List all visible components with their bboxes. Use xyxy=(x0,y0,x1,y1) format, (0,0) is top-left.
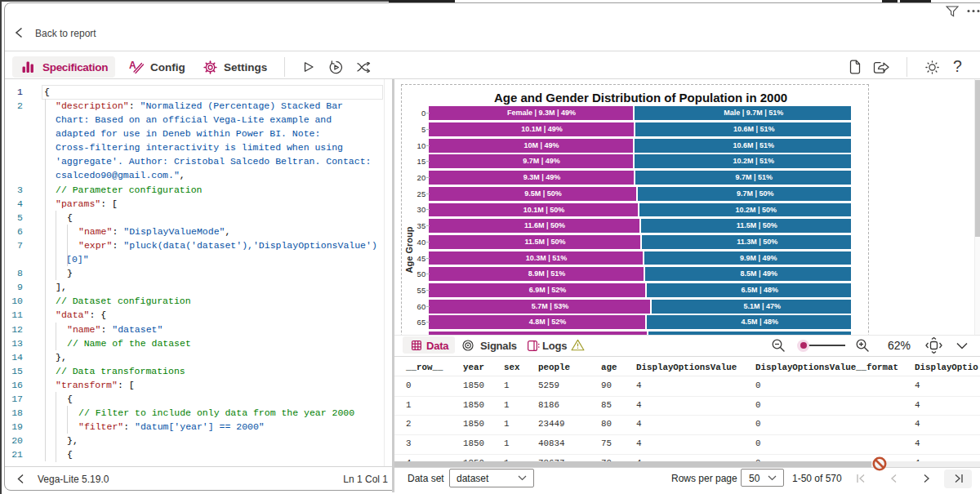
svg-text:A: A xyxy=(129,60,136,71)
